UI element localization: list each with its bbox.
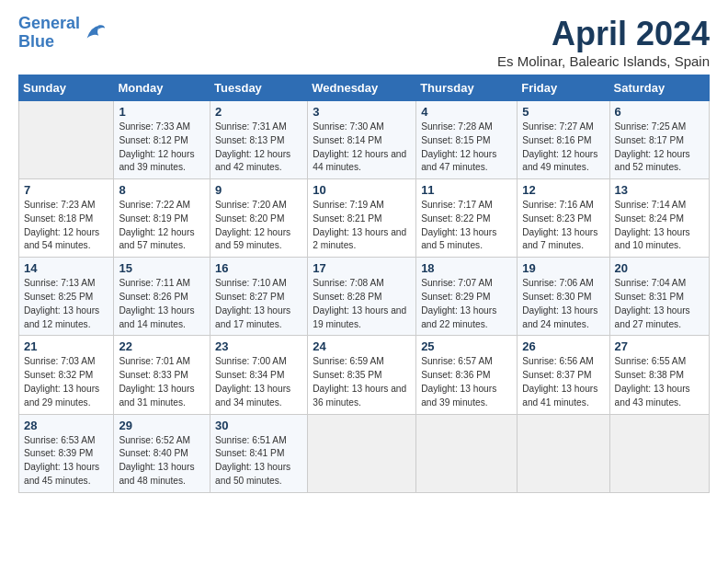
calendar-cell: 16Sunrise: 7:10 AMSunset: 8:27 PMDayligh… (210, 258, 308, 336)
col-friday: Friday (518, 75, 609, 101)
calendar-cell: 1Sunrise: 7:33 AMSunset: 8:12 PMDaylight… (114, 101, 210, 179)
cell-info: Sunrise: 7:04 AMSunset: 8:31 PMDaylight:… (615, 277, 704, 331)
calendar-cell: 14Sunrise: 7:13 AMSunset: 8:25 PMDayligh… (19, 258, 114, 336)
calendar-cell: 26Sunrise: 6:56 AMSunset: 8:37 PMDayligh… (518, 336, 609, 414)
cell-info: Sunrise: 7:07 AMSunset: 8:29 PMDaylight:… (421, 277, 512, 331)
calendar-cell: 17Sunrise: 7:08 AMSunset: 8:28 PMDayligh… (308, 258, 416, 336)
date-number: 23 (215, 339, 302, 353)
cell-info: Sunrise: 6:56 AMSunset: 8:37 PMDaylight:… (522, 355, 604, 409)
col-sunday: Sunday (19, 75, 114, 101)
calendar-cell: 2Sunrise: 7:31 AMSunset: 8:13 PMDaylight… (210, 101, 308, 179)
calendar-week-2: 7Sunrise: 7:23 AMSunset: 8:18 PMDaylight… (19, 179, 710, 258)
main-title: April 2024 (497, 15, 710, 53)
col-tuesday: Tuesday (210, 75, 308, 101)
date-number: 22 (119, 339, 205, 353)
col-saturday: Saturday (609, 75, 709, 101)
calendar-cell: 25Sunrise: 6:57 AMSunset: 8:36 PMDayligh… (416, 336, 518, 414)
date-number: 16 (215, 261, 302, 275)
date-number: 18 (421, 261, 512, 275)
cell-info: Sunrise: 7:06 AMSunset: 8:30 PMDaylight:… (522, 277, 604, 331)
calendar-cell: 9Sunrise: 7:20 AMSunset: 8:20 PMDaylight… (210, 179, 308, 258)
header: GeneralBlue April 2024 Es Molinar, Balea… (18, 15, 710, 69)
calendar-cell: 20Sunrise: 7:04 AMSunset: 8:31 PMDayligh… (609, 258, 709, 336)
calendar-cell: 10Sunrise: 7:19 AMSunset: 8:21 PMDayligh… (308, 179, 416, 258)
calendar-cell: 12Sunrise: 7:16 AMSunset: 8:23 PMDayligh… (518, 179, 609, 258)
calendar-cell: 15Sunrise: 7:11 AMSunset: 8:26 PMDayligh… (114, 258, 210, 336)
cell-info: Sunrise: 6:53 AMSunset: 8:39 PMDaylight:… (24, 434, 108, 488)
calendar-cell: 28Sunrise: 6:53 AMSunset: 8:39 PMDayligh… (19, 414, 114, 492)
calendar-cell (518, 414, 609, 492)
col-monday: Monday (114, 75, 210, 101)
date-number: 19 (522, 261, 604, 275)
calendar-cell: 3Sunrise: 7:30 AMSunset: 8:14 PMDaylight… (308, 101, 416, 179)
calendar-cell (308, 414, 416, 492)
col-wednesday: Wednesday (308, 75, 416, 101)
date-number: 12 (522, 183, 604, 197)
date-number: 15 (119, 261, 205, 275)
cell-info: Sunrise: 7:00 AMSunset: 8:34 PMDaylight:… (215, 355, 302, 409)
cell-info: Sunrise: 7:01 AMSunset: 8:33 PMDaylight:… (119, 355, 205, 409)
date-number: 7 (24, 183, 108, 197)
cell-info: Sunrise: 7:27 AMSunset: 8:16 PMDaylight:… (522, 121, 604, 175)
calendar-cell: 27Sunrise: 6:55 AMSunset: 8:38 PMDayligh… (609, 336, 709, 414)
cell-info: Sunrise: 6:52 AMSunset: 8:40 PMDaylight:… (119, 434, 205, 488)
calendar-cell (19, 101, 114, 179)
logo-bird-icon (82, 20, 108, 46)
cell-info: Sunrise: 7:08 AMSunset: 8:28 PMDaylight:… (313, 277, 411, 331)
date-number: 27 (615, 339, 704, 353)
calendar-cell: 29Sunrise: 6:52 AMSunset: 8:40 PMDayligh… (114, 414, 210, 492)
subtitle: Es Molinar, Balearic Islands, Spain (497, 53, 710, 69)
date-number: 26 (522, 339, 604, 353)
calendar-cell: 4Sunrise: 7:28 AMSunset: 8:15 PMDaylight… (416, 101, 518, 179)
date-number: 21 (24, 339, 108, 353)
date-number: 9 (215, 183, 302, 197)
logo: GeneralBlue (18, 15, 108, 52)
date-number: 30 (215, 419, 302, 432)
calendar-week-3: 14Sunrise: 7:13 AMSunset: 8:25 PMDayligh… (19, 258, 710, 336)
cell-info: Sunrise: 7:16 AMSunset: 8:23 PMDaylight:… (522, 199, 604, 253)
calendar-cell: 18Sunrise: 7:07 AMSunset: 8:29 PMDayligh… (416, 258, 518, 336)
date-number: 20 (615, 261, 704, 275)
cell-info: Sunrise: 6:57 AMSunset: 8:36 PMDaylight:… (421, 355, 512, 409)
cell-info: Sunrise: 7:19 AMSunset: 8:21 PMDaylight:… (313, 199, 411, 253)
calendar-week-4: 21Sunrise: 7:03 AMSunset: 8:32 PMDayligh… (19, 336, 710, 414)
calendar-cell: 21Sunrise: 7:03 AMSunset: 8:32 PMDayligh… (19, 336, 114, 414)
calendar-cell: 11Sunrise: 7:17 AMSunset: 8:22 PMDayligh… (416, 179, 518, 258)
cell-info: Sunrise: 7:14 AMSunset: 8:24 PMDaylight:… (615, 199, 704, 253)
date-number: 13 (615, 183, 704, 197)
date-number: 11 (421, 183, 512, 197)
cell-info: Sunrise: 6:55 AMSunset: 8:38 PMDaylight:… (615, 355, 704, 409)
cell-info: Sunrise: 7:23 AMSunset: 8:18 PMDaylight:… (24, 199, 108, 253)
calendar-cell (609, 414, 709, 492)
calendar-cell: 24Sunrise: 6:59 AMSunset: 8:35 PMDayligh… (308, 336, 416, 414)
cell-info: Sunrise: 7:30 AMSunset: 8:14 PMDaylight:… (313, 121, 411, 175)
date-number: 24 (313, 339, 411, 353)
date-number: 25 (421, 339, 512, 353)
date-number: 8 (119, 183, 205, 197)
cell-info: Sunrise: 7:11 AMSunset: 8:26 PMDaylight:… (119, 277, 205, 331)
date-number: 2 (215, 105, 302, 119)
cell-info: Sunrise: 7:33 AMSunset: 8:12 PMDaylight:… (119, 121, 205, 175)
calendar-cell: 23Sunrise: 7:00 AMSunset: 8:34 PMDayligh… (210, 336, 308, 414)
cell-info: Sunrise: 7:03 AMSunset: 8:32 PMDaylight:… (24, 355, 108, 409)
cell-info: Sunrise: 7:20 AMSunset: 8:20 PMDaylight:… (215, 199, 302, 253)
calendar-week-1: 1Sunrise: 7:33 AMSunset: 8:12 PMDaylight… (19, 101, 710, 179)
date-number: 5 (522, 105, 604, 119)
cell-info: Sunrise: 6:59 AMSunset: 8:35 PMDaylight:… (313, 355, 411, 409)
cell-info: Sunrise: 6:51 AMSunset: 8:41 PMDaylight:… (215, 434, 302, 488)
page: GeneralBlue April 2024 Es Molinar, Balea… (0, 0, 728, 508)
date-number: 4 (421, 105, 512, 119)
calendar-cell: 7Sunrise: 7:23 AMSunset: 8:18 PMDaylight… (19, 179, 114, 258)
cell-info: Sunrise: 7:31 AMSunset: 8:13 PMDaylight:… (215, 121, 302, 175)
calendar-cell (416, 414, 518, 492)
cell-info: Sunrise: 7:28 AMSunset: 8:15 PMDaylight:… (421, 121, 512, 175)
cell-info: Sunrise: 7:17 AMSunset: 8:22 PMDaylight:… (421, 199, 512, 253)
date-number: 14 (24, 261, 108, 275)
cell-info: Sunrise: 7:13 AMSunset: 8:25 PMDaylight:… (24, 277, 108, 331)
calendar-cell: 22Sunrise: 7:01 AMSunset: 8:33 PMDayligh… (114, 336, 210, 414)
date-number: 17 (313, 261, 411, 275)
calendar-week-5: 28Sunrise: 6:53 AMSunset: 8:39 PMDayligh… (19, 414, 710, 492)
date-number: 3 (313, 105, 411, 119)
calendar-cell: 5Sunrise: 7:27 AMSunset: 8:16 PMDaylight… (518, 101, 609, 179)
logo-text: GeneralBlue (18, 15, 80, 52)
